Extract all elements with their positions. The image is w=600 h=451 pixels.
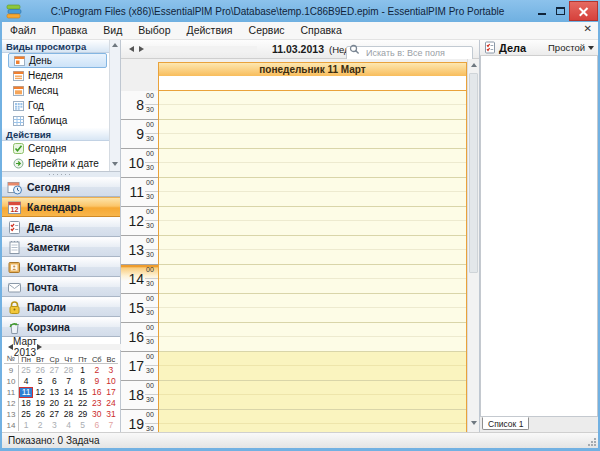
- mini-calendar-day[interactable]: 26: [33, 409, 47, 420]
- vertical-scrollbar[interactable]: [467, 59, 479, 432]
- mini-calendar-day[interactable]: 17: [104, 387, 118, 398]
- view-mode-dropdown[interactable]: Простой: [548, 42, 594, 53]
- sidebar-splitter[interactable]: [2, 172, 120, 177]
- scroll-up-icon[interactable]: [471, 63, 477, 67]
- scroll-down-icon[interactable]: [471, 421, 477, 425]
- mini-calendar-day[interactable]: 28: [61, 365, 75, 376]
- mini-calendar-day[interactable]: 12: [33, 387, 47, 398]
- menu-item-file[interactable]: Файл: [2, 22, 44, 39]
- menu-item-help[interactable]: Справка: [293, 22, 350, 39]
- mini-calendar-day[interactable]: 1: [76, 365, 90, 376]
- view-item-day[interactable]: День: [8, 53, 107, 68]
- mini-calendar-day[interactable]: 7: [104, 420, 118, 431]
- view-item-year[interactable]: Год: [2, 98, 109, 113]
- mini-calendar-day[interactable]: 10: [104, 376, 118, 387]
- mini-calendar-day[interactable]: 22: [76, 398, 90, 409]
- nav-mail[interactable]: Почта: [2, 277, 120, 297]
- close-button[interactable]: [569, 1, 598, 21]
- mini-calendar-day[interactable]: 8: [76, 376, 90, 387]
- hour-row[interactable]: [159, 178, 466, 207]
- minimize-button[interactable]: [533, 1, 551, 21]
- mini-calendar-day[interactable]: 21: [61, 398, 75, 409]
- nav-today[interactable]: Сегодня: [2, 177, 120, 197]
- menu-item-edit[interactable]: Правка: [44, 22, 95, 39]
- hour-row[interactable]: [159, 294, 466, 323]
- mini-calendar-day[interactable]: 20: [47, 398, 61, 409]
- mini-calendar-day[interactable]: 6: [47, 376, 61, 387]
- nav-passwords[interactable]: Пароли: [2, 297, 120, 317]
- mini-calendar-day[interactable]: 2: [33, 420, 47, 431]
- mini-calendar-day-selected[interactable]: 11: [19, 387, 33, 398]
- mini-calendar-day[interactable]: 19: [33, 398, 47, 409]
- allday-row[interactable]: [158, 76, 467, 91]
- scroll-up-icon[interactable]: [112, 43, 118, 47]
- mini-calendar-day[interactable]: 23: [90, 398, 104, 409]
- nav-tasks[interactable]: Дела: [2, 217, 120, 237]
- nav-contacts[interactable]: Контакты: [2, 257, 120, 277]
- mini-calendar-day[interactable]: 4: [61, 420, 75, 431]
- mini-calendar-day[interactable]: 3: [104, 365, 118, 376]
- next-day-icon[interactable]: [139, 46, 257, 52]
- views-scrollbar[interactable]: [109, 40, 120, 171]
- mini-calendar-day[interactable]: 26: [33, 365, 47, 376]
- mini-calendar-day[interactable]: 1: [19, 420, 33, 431]
- menu-item-actions[interactable]: Действия: [179, 22, 241, 39]
- nav-trash[interactable]: Корзина: [2, 317, 120, 337]
- hour-row[interactable]: [159, 120, 466, 149]
- mini-calendar-day[interactable]: 24: [104, 398, 118, 409]
- tasks-tab[interactable]: Список 1: [482, 417, 529, 430]
- mini-calendar-day[interactable]: 3: [47, 420, 61, 431]
- scrollbar-thumb[interactable]: [469, 73, 478, 273]
- nav-notes[interactable]: Заметки: [2, 237, 120, 257]
- mini-calendar-day[interactable]: 27: [47, 365, 61, 376]
- pane-close-icon[interactable]: ✕: [584, 23, 592, 34]
- window-titlebar[interactable]: C:\Program Files (x86)\EssentialPIM Pro\…: [0, 0, 600, 22]
- view-item-month[interactable]: Месяц: [2, 83, 109, 98]
- mini-calendar-day[interactable]: 13: [47, 387, 61, 398]
- menu-item-select[interactable]: Выбор: [130, 22, 178, 39]
- tasks-list[interactable]: [480, 56, 598, 417]
- mini-calendar-day[interactable]: 25: [19, 365, 33, 376]
- mini-calendar-day[interactable]: 5: [33, 376, 47, 387]
- view-item-week[interactable]: Неделя: [2, 68, 109, 83]
- menu-item-view[interactable]: Вид: [95, 22, 130, 39]
- nav-calendar[interactable]: 12 Календарь: [2, 197, 120, 217]
- hour-row[interactable]: [159, 352, 466, 381]
- maximize-button[interactable]: [551, 1, 569, 21]
- action-goto-date[interactable]: Перейти к дате: [2, 156, 109, 171]
- hour-row[interactable]: [159, 236, 466, 265]
- mini-calendar-day[interactable]: 7: [61, 376, 75, 387]
- hour-row[interactable]: [159, 323, 466, 352]
- menu-item-service[interactable]: Сервис: [241, 22, 293, 39]
- mini-calendar-day[interactable]: 18: [19, 398, 33, 409]
- mini-calendar-header: Март 2013: [2, 340, 120, 353]
- mini-calendar-day[interactable]: 2: [90, 365, 104, 376]
- mini-calendar-day[interactable]: 28: [61, 409, 75, 420]
- mini-calendar-day[interactable]: 5: [76, 420, 90, 431]
- views-header[interactable]: Виды просмотра: [2, 40, 109, 53]
- hour-row[interactable]: [159, 410, 466, 432]
- hour-row[interactable]: [159, 381, 466, 410]
- mini-calendar-day[interactable]: 29: [76, 409, 90, 420]
- resize-grip[interactable]: [587, 437, 596, 446]
- hour-row[interactable]: [159, 91, 466, 120]
- day-header[interactable]: понедельник 11 Март: [158, 62, 467, 77]
- mini-calendar-day[interactable]: 30: [90, 409, 104, 420]
- action-today[interactable]: Сегодня: [2, 141, 109, 156]
- hour-row[interactable]: [159, 265, 466, 294]
- mini-calendar-day[interactable]: 16: [90, 387, 104, 398]
- view-item-table[interactable]: Таблица: [2, 113, 109, 128]
- mini-calendar-day[interactable]: 14: [61, 387, 75, 398]
- mini-calendar-day[interactable]: 6: [90, 420, 104, 431]
- mini-calendar-day[interactable]: 9: [90, 376, 104, 387]
- mini-calendar-day[interactable]: 27: [47, 409, 61, 420]
- actions-header[interactable]: Действия: [2, 128, 109, 141]
- mini-calendar-day[interactable]: 4: [19, 376, 33, 387]
- mini-calendar-day[interactable]: 25: [19, 409, 33, 420]
- hour-row[interactable]: [159, 149, 466, 178]
- mini-calendar-day[interactable]: 15: [76, 387, 90, 398]
- scroll-down-icon[interactable]: [112, 162, 118, 166]
- prev-day-icon[interactable]: [129, 46, 134, 52]
- mini-calendar-day[interactable]: 31: [104, 409, 118, 420]
- hour-row[interactable]: [159, 207, 466, 236]
